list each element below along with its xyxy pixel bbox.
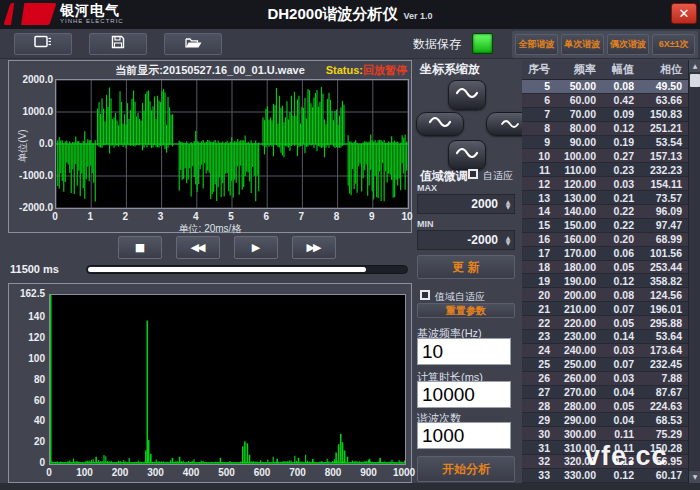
table-row[interactable]: 19190.000.12358.82 [522, 274, 688, 288]
table-header-row: 序号频率幅值相位 [522, 60, 688, 80]
table-row[interactable]: 22220.000.05295.88 [522, 316, 688, 330]
table-row[interactable]: 15150.000.2297.47 [522, 219, 688, 233]
table-cell: 0.04 [602, 414, 640, 426]
zoom-down-button[interactable] [448, 140, 486, 170]
table-row[interactable]: 33330.000.1260.17 [522, 469, 688, 483]
table-cell: 7 [522, 108, 554, 120]
zoom-left-button[interactable] [416, 112, 464, 136]
table-row[interactable]: 32320.000.1356.95 [522, 455, 688, 469]
table-cell: 0.12 [602, 122, 640, 134]
rewind-button[interactable]: ◀◀ [176, 236, 220, 259]
table-cell: 330.00 [554, 469, 602, 481]
harmonic-count-input[interactable] [417, 422, 511, 449]
table-cell: 27 [522, 386, 554, 398]
save-button[interactable] [89, 33, 147, 55]
axis-tick-label: 0 [11, 457, 45, 468]
stop-button[interactable]: ■ [118, 236, 162, 259]
min-spinner[interactable]: -2000 ▲▼ [417, 230, 515, 250]
table-cell: 250.00 [554, 358, 602, 370]
table-cell: 150.28 [640, 442, 688, 454]
axis-tick-label: 60 [11, 395, 45, 406]
table-cell: 220.00 [554, 317, 602, 329]
table-cell: 270.00 [554, 386, 602, 398]
table-cell: 0.05 [602, 261, 640, 273]
data-save-label: 数据保存 [413, 36, 461, 53]
axis-tick-label: 10 [401, 211, 412, 222]
table-row[interactable]: 25250.000.07232.45 [522, 358, 688, 372]
table-row[interactable]: 24240.000.03173.64 [522, 344, 688, 358]
table-cell: 0.27 [602, 150, 640, 162]
max-spinner[interactable]: 2000 ▲▼ [417, 194, 515, 214]
table-row[interactable]: 14140.000.2296.09 [522, 205, 688, 219]
open-file-button[interactable] [164, 33, 222, 55]
table-row[interactable]: 660.000.4263.66 [522, 94, 688, 108]
table-scrollbar[interactable]: ▲ ▼ [688, 60, 700, 483]
table-cell: 0.09 [602, 108, 640, 120]
table-cell: 253.44 [640, 261, 688, 273]
table-row[interactable]: 28280.000.05224.63 [522, 399, 688, 413]
table-row[interactable]: 16160.000.2068.99 [522, 233, 688, 247]
table-row[interactable]: 31310.000.11150.28 [522, 441, 688, 455]
table-cell: 173.64 [640, 344, 688, 356]
table-row[interactable]: 12120.000.03154.11 [522, 177, 688, 191]
table-cell: 0.12 [602, 469, 640, 481]
table-row[interactable]: 770.000.09150.83 [522, 108, 688, 122]
forward-button[interactable]: ▶▶ [292, 236, 336, 259]
axis-tick-label: 100 [76, 467, 93, 478]
table-cell: 295.88 [640, 317, 688, 329]
play-button[interactable]: ▶ [234, 236, 278, 259]
filter-button-1[interactable]: 单次谐波 [561, 34, 604, 55]
update-button[interactable]: 更 新 [417, 255, 515, 279]
table-cell: 0.05 [602, 317, 640, 329]
zoom-up-button[interactable] [448, 80, 486, 110]
table-cell: 75.29 [640, 428, 688, 440]
range-adaptive-checkbox[interactable] [420, 290, 430, 300]
close-button[interactable]: ✕ [671, 3, 697, 24]
adaptive-checkbox[interactable] [468, 169, 478, 179]
sine-wave-icon [455, 86, 479, 104]
spinner-arrows-icon[interactable]: ▲▼ [502, 199, 514, 209]
axis-tick-label: 0 [52, 211, 58, 222]
table-cell: 20 [522, 289, 554, 301]
table-row[interactable]: 29290.000.0468.53 [522, 413, 688, 427]
table-cell: 50.00 [554, 80, 602, 92]
table-row[interactable]: 880.000.12251.21 [522, 122, 688, 136]
axis-tick-label: 20 [11, 436, 45, 447]
spinner-arrows-icon[interactable]: ▲▼ [502, 235, 514, 245]
filter-button-0[interactable]: 全部谐波 [515, 34, 558, 55]
start-analysis-button[interactable]: 开始分析 [417, 456, 515, 482]
table-row[interactable]: 23230.000.1453.64 [522, 330, 688, 344]
table-row[interactable]: 27270.000.0487.67 [522, 386, 688, 400]
playback-slider[interactable] [86, 265, 408, 274]
scrollbar-thumb[interactable] [690, 74, 700, 87]
reset-params-button[interactable]: 重置参数 [417, 303, 515, 318]
table-row[interactable]: 990.000.1953.54 [522, 136, 688, 150]
table-row[interactable]: 10100.000.27157.13 [522, 149, 688, 163]
table-cell: 12 [522, 178, 554, 190]
axis-tick-label: 5 [228, 211, 234, 222]
filter-button-3[interactable]: 6X±1次 [652, 34, 695, 55]
table-row[interactable]: 18180.000.05253.44 [522, 261, 688, 275]
display-button[interactable] [14, 33, 72, 55]
scroll-up-icon[interactable]: ▲ [689, 60, 700, 72]
table-row[interactable]: 21210.000.07196.01 [522, 302, 688, 316]
data-save-indicator[interactable] [472, 33, 493, 54]
calc-duration-input[interactable] [417, 381, 511, 408]
scroll-down-icon[interactable]: ▼ [689, 471, 700, 483]
table-row[interactable]: 11110.000.23232.23 [522, 163, 688, 177]
table-row[interactable]: 550.000.0849.50 [522, 80, 688, 94]
coord-zoom-title: 坐标系缩放 [420, 61, 480, 78]
table-cell: 24 [522, 344, 554, 356]
table-cell: 224.63 [640, 400, 688, 412]
axis-tick-label: 3 [158, 211, 164, 222]
display-icon [34, 35, 52, 53]
bottom-strip [0, 483, 700, 490]
filter-button-2[interactable]: 偶次谐波 [607, 34, 650, 55]
table-row[interactable]: 20200.000.08124.56 [522, 288, 688, 302]
table-row[interactable]: 26260.000.037.88 [522, 372, 688, 386]
table-row[interactable]: 17170.000.06101.56 [522, 247, 688, 261]
table-row[interactable]: 30300.000.1175.29 [522, 427, 688, 441]
fundamental-freq-input[interactable] [417, 338, 511, 365]
table-row[interactable]: 13130.000.2173.57 [522, 191, 688, 205]
title-bar: 银河电气 YINHE ELECTRIC DH2000谐波分析仪 Ver 1.0 … [0, 0, 700, 29]
